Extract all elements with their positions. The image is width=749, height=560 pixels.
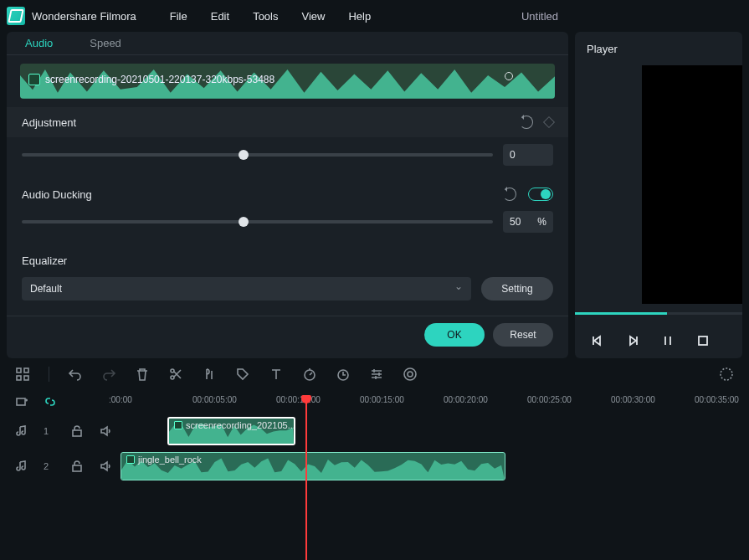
svg-point-5 xyxy=(171,369,174,372)
clip-title: jingle_bell_rock xyxy=(138,455,202,465)
adjustment-label: Adjustment xyxy=(22,116,76,129)
svg-point-11 xyxy=(721,368,732,380)
track-number: 1 xyxy=(44,426,55,436)
svg-rect-13 xyxy=(73,430,81,436)
reset-button[interactable]: Reset xyxy=(493,323,553,347)
speed-icon[interactable] xyxy=(302,367,317,382)
track-2: 2 jingle_bell_rock xyxy=(0,449,749,484)
menu-view[interactable]: View xyxy=(301,10,325,23)
timeline-clip[interactable]: jingle_bell_rock xyxy=(121,452,505,480)
clip-name: screenrecording-20210501-220137-320kbps-… xyxy=(45,74,274,85)
timeline: :00:0000:00:05:0000:00:10:0000:00:15:000… xyxy=(0,390,749,560)
delete-icon[interactable] xyxy=(135,367,150,382)
keyframe-icon[interactable] xyxy=(543,116,555,128)
ducking-toggle[interactable] xyxy=(528,188,553,201)
ducking-value[interactable]: 50% xyxy=(503,211,553,233)
equalizer-label: Equalizer xyxy=(22,254,67,267)
svg-rect-3 xyxy=(17,376,21,380)
add-track-icon[interactable] xyxy=(15,395,28,408)
player-progress[interactable] xyxy=(575,312,742,315)
app-title: Wondershare Filmora xyxy=(32,10,136,23)
next-frame-button[interactable] xyxy=(623,331,642,350)
link-icon[interactable] xyxy=(44,395,57,408)
timeline-toolbar xyxy=(0,358,749,390)
music-icon xyxy=(126,455,135,464)
ruler-tick: 00:00:20:00 xyxy=(444,395,488,404)
player-header: Player xyxy=(575,32,742,65)
svg-point-10 xyxy=(408,372,413,377)
clip-title: screenrecording_202105... xyxy=(186,420,295,430)
audio-preview: screenrecording-20210501-220137-320kbps-… xyxy=(20,64,555,99)
adjustment-value[interactable]: 0 xyxy=(503,144,553,166)
tab-audio[interactable]: Audio xyxy=(7,32,71,54)
svg-point-6 xyxy=(171,376,174,379)
adjustment-header: Adjustment xyxy=(7,107,568,137)
undo-icon[interactable] xyxy=(68,367,83,382)
adjustment-slider[interactable] xyxy=(22,153,493,157)
reset-icon[interactable] xyxy=(520,116,533,129)
menu-tools[interactable]: Tools xyxy=(253,10,278,23)
playhead[interactable] xyxy=(305,400,307,560)
music-note-icon xyxy=(15,424,28,438)
svg-rect-1 xyxy=(17,368,21,372)
inspector-panel: Audio Speed screenrecording-20210501-220… xyxy=(7,32,568,358)
app-logo xyxy=(7,7,25,25)
music-note-icon xyxy=(15,460,28,473)
menu-file[interactable]: File xyxy=(170,10,187,23)
equalizer-setting-button[interactable]: Setting xyxy=(481,277,553,301)
grid-icon[interactable] xyxy=(15,367,30,382)
svg-rect-4 xyxy=(24,376,28,380)
track-1: 1 screenrecording_202105... xyxy=(0,414,749,449)
tag-icon[interactable] xyxy=(235,367,250,382)
render-icon[interactable] xyxy=(719,367,734,382)
equalizer-select[interactable]: Default xyxy=(22,277,471,301)
ruler-tick: 00:00:30:00 xyxy=(611,395,655,404)
adjust-icon[interactable] xyxy=(369,367,384,382)
ok-button[interactable]: OK xyxy=(424,323,485,347)
music-icon xyxy=(28,74,40,85)
timer-icon[interactable] xyxy=(336,367,351,382)
redo-icon[interactable] xyxy=(101,367,116,382)
ruler-tick: 00:00:25:00 xyxy=(527,395,572,404)
pause-button[interactable] xyxy=(659,331,677,350)
ducking-label: Audio Ducking xyxy=(22,188,92,201)
tab-speed[interactable]: Speed xyxy=(71,32,140,54)
audio-icon[interactable] xyxy=(202,367,217,382)
menu-edit[interactable]: Edit xyxy=(211,10,229,23)
main-menu: File Edit Tools View Help xyxy=(170,10,371,23)
ruler-tick: 00:00:05:00 xyxy=(192,395,237,404)
prev-frame-button[interactable] xyxy=(588,331,607,350)
svg-point-9 xyxy=(404,368,416,380)
ruler-tick: 00:00:35:00 xyxy=(695,395,739,404)
player-panel: Player xyxy=(575,32,742,358)
ruler-tick: 00:00:15:00 xyxy=(360,395,404,404)
lock-icon[interactable] xyxy=(70,424,84,438)
music-icon xyxy=(174,421,182,429)
ruler-tick: 00:00:10:00 xyxy=(276,395,321,404)
svg-rect-0 xyxy=(699,337,707,345)
document-title: Untitled xyxy=(521,10,558,23)
ducking-header: Audio Ducking xyxy=(7,177,568,204)
track-number: 2 xyxy=(44,461,55,471)
stop-button[interactable] xyxy=(694,331,712,350)
split-icon[interactable] xyxy=(168,367,183,382)
ruler-tick: :00:00 xyxy=(109,395,132,404)
titlebar: Wondershare Filmora File Edit Tools View… xyxy=(0,0,749,32)
svg-rect-14 xyxy=(73,465,81,471)
inspector-tabs: Audio Speed xyxy=(7,32,568,55)
text-icon[interactable] xyxy=(269,367,284,382)
lock-icon[interactable] xyxy=(70,460,84,473)
svg-rect-12 xyxy=(17,398,25,405)
svg-rect-2 xyxy=(24,368,28,372)
color-icon[interactable] xyxy=(403,367,418,382)
time-ruler[interactable]: :00:0000:00:05:0000:00:10:0000:00:15:000… xyxy=(109,390,749,414)
ducking-slider[interactable] xyxy=(22,220,493,223)
reset-icon[interactable] xyxy=(503,188,516,201)
player-viewport xyxy=(642,65,742,304)
menu-help[interactable]: Help xyxy=(348,10,371,23)
timeline-clip[interactable]: screenrecording_202105... xyxy=(167,417,295,445)
